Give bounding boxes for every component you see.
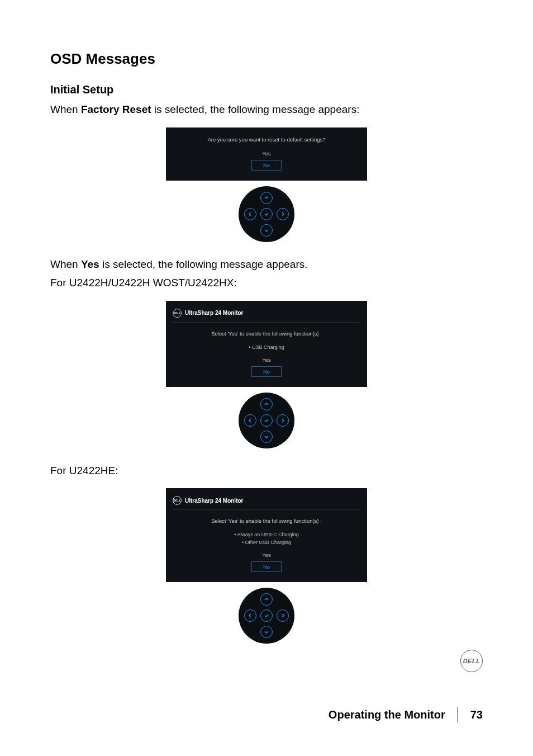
joystick-control [239,186,294,242]
joystick-left-button[interactable] [244,208,256,220]
check-icon [264,211,269,217]
chevron-left-icon [248,613,253,618]
osd-prompt: Select 'Yes' to enable the following fun… [173,518,360,524]
check-icon [264,613,269,618]
joystick-left-button[interactable] [244,414,256,427]
joystick-control [239,393,294,448]
chevron-right-icon [280,613,285,618]
joystick-up-button[interactable] [260,593,273,606]
joystick-confirm-button[interactable] [260,208,273,220]
joystick-down-button[interactable] [260,224,273,237]
joystick-down-button[interactable] [260,626,273,638]
osd-panel: DELL UltraSharp 24 Monitor Select 'Yes' … [166,301,367,387]
dell-logo-icon: DELL [173,309,182,318]
joystick-up-button[interactable] [260,398,273,410]
joystick-up-button[interactable] [260,192,273,204]
chevron-up-icon [264,195,269,201]
joystick-confirm-button[interactable] [260,414,273,427]
yes-line-suffix: is selected, the following message appea… [99,258,308,270]
joystick-left-button[interactable] [244,609,256,622]
page-subheading: Initial Setup [50,83,483,96]
page-footer: Operating the Monitor 73 [50,707,483,722]
joystick-right-button[interactable] [277,208,289,220]
dell-logo-icon: DELL [460,650,483,672]
joystick-right-button[interactable] [277,609,289,622]
yes-line-bold: Yes [81,258,99,270]
osd-prompt: Select 'Yes' to enable the following fun… [173,330,360,337]
chevron-down-icon [264,629,269,635]
joystick-control [239,588,294,644]
osd-function-list: • USB Charging [173,344,360,350]
models-line-2: For U2422HE: [50,463,483,479]
osd-question: Are you sure you want to reset to defaul… [173,136,360,143]
joystick-down-button[interactable] [260,431,273,443]
dell-logo-icon: DELL [173,496,182,505]
osd-function-item: • Other USB Charging [173,540,360,545]
osd-option-no-selected[interactable]: No [251,561,282,572]
osd-header: DELL UltraSharp 24 Monitor [173,309,360,323]
chevron-left-icon [248,211,253,217]
osd-option-no-selected[interactable]: No [251,366,282,377]
chevron-up-icon [264,401,269,407]
intro-prefix: When [50,103,81,115]
footer-section-title: Operating the Monitor [329,708,445,721]
footer-divider [458,707,458,722]
chevron-down-icon [264,434,269,440]
footer-page-number: 73 [470,708,483,721]
osd-option-yes[interactable]: Yes [173,357,360,363]
check-icon [264,418,269,423]
osd-option-yes[interactable]: Yes [173,552,360,558]
chevron-down-icon [264,228,269,233]
osd-screenshot-reset: Are you sure you want to reset to defaul… [50,127,483,242]
chevron-right-icon [280,211,285,217]
intro-paragraph: When Factory Reset is selected, the foll… [50,102,483,117]
osd-header: DELL UltraSharp 24 Monitor [173,496,360,510]
osd-panel: Are you sure you want to reset to defaul… [166,127,367,181]
osd-title: UltraSharp 24 Monitor [185,310,243,316]
chevron-right-icon [280,418,285,423]
osd-function-list: • Always on USB-C Charging • Other USB C… [173,532,360,545]
osd-screenshot-usbc: DELL UltraSharp 24 Monitor Select 'Yes' … [50,488,483,644]
joystick-right-button[interactable] [277,414,289,427]
page-heading: OSD Messages [50,50,483,68]
osd-function-item: • Always on USB-C Charging [173,532,360,537]
yes-line-prefix: When [50,258,81,270]
osd-option-no-selected[interactable]: No [251,160,282,171]
yes-selected-paragraph: When Yes is selected, the following mess… [50,257,483,272]
intro-suffix: is selected, the following message appea… [151,103,360,115]
osd-panel: DELL UltraSharp 24 Monitor Select 'Yes' … [166,488,367,582]
intro-bold-term: Factory Reset [81,103,151,115]
osd-screenshot-usb: DELL UltraSharp 24 Monitor Select 'Yes' … [50,301,483,448]
osd-title: UltraSharp 24 Monitor [185,498,243,504]
chevron-up-icon [264,597,269,602]
chevron-left-icon [248,418,253,423]
joystick-confirm-button[interactable] [260,609,273,622]
osd-function-item: • USB Charging [173,344,360,350]
models-line-1: For U2422H/U2422H WOST/U2422HX: [50,275,483,291]
osd-option-yes[interactable]: Yes [173,150,360,157]
